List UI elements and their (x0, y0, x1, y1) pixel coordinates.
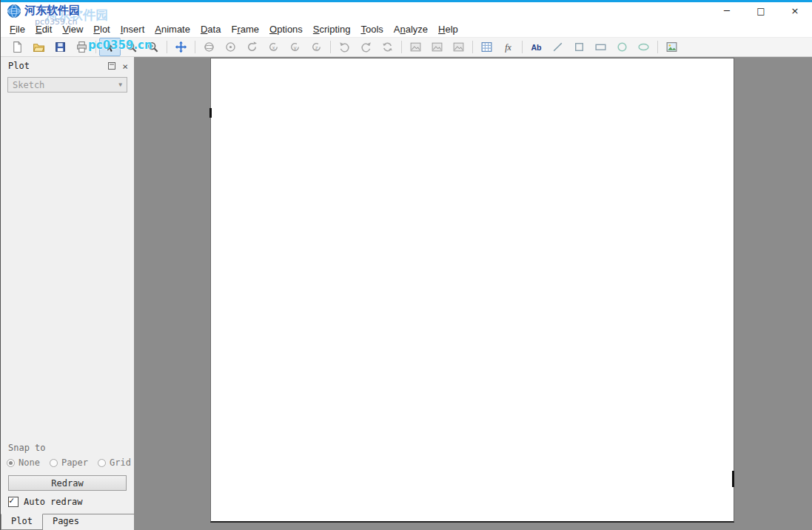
rotate-z-icon[interactable]: z (306, 38, 327, 56)
toolbar-separator (401, 41, 402, 53)
view-redo-icon[interactable] (355, 38, 377, 56)
rotate-y-icon[interactable]: y (284, 38, 306, 56)
toolbar-separator (657, 41, 658, 53)
frame-canvas[interactable] (210, 58, 734, 523)
auto-redraw-row: Auto redraw (8, 497, 127, 507)
sidebar-header: Plot × (1, 57, 134, 73)
titlebar[interactable]: ─□× (1, 2, 812, 21)
menu-data[interactable]: Data (195, 21, 226, 37)
toolbar-separator (195, 41, 195, 53)
frame-handle-left[interactable] (209, 108, 212, 118)
plot-mode-value: Sketch (13, 80, 44, 90)
toolbar-separator (330, 41, 331, 53)
main-body: Plot × Sketch ▼ Snap to NonePaperGrid Re… (1, 57, 812, 530)
specify-equations-icon[interactable]: fx (497, 38, 519, 56)
data-zoom-tool-icon[interactable] (142, 38, 164, 56)
menu-options[interactable]: Options (264, 21, 308, 37)
snap-to-label: Snap to (8, 443, 134, 453)
svg-text:y: y (294, 44, 297, 51)
insert-circle-icon[interactable] (611, 38, 633, 56)
toolbar: xyzfxAb (1, 37, 812, 57)
radio-none[interactable] (7, 459, 15, 467)
select-tool-icon[interactable] (99, 38, 121, 56)
dock-pin-icon[interactable] (108, 62, 115, 70)
svg-text:z: z (315, 44, 318, 51)
window-controls: ─□× (710, 0, 812, 21)
toolbar-separator (472, 41, 473, 53)
rotate-x-icon[interactable]: x (263, 38, 284, 56)
sidebar-title: Plot (8, 61, 108, 71)
data-spreadsheet-icon[interactable] (476, 38, 497, 56)
radio-label: Paper (61, 457, 88, 468)
svg-text:fx: fx (505, 43, 511, 53)
tab-plot[interactable]: Plot (1, 514, 43, 530)
menu-frame[interactable]: Frame (226, 21, 264, 37)
menu-analyze[interactable]: Analyze (389, 21, 433, 37)
insert-text-icon[interactable]: Ab (526, 38, 547, 56)
auto-redraw-checkbox[interactable] (8, 497, 19, 507)
sidebar-empty-area (1, 93, 134, 443)
app-window: ─□× FileEditViewPlotInsertAnimateDataFra… (0, 0, 812, 530)
new-layout-icon[interactable] (7, 38, 28, 56)
toolbar-separator (522, 41, 523, 53)
rotate-twist-icon[interactable] (241, 38, 263, 56)
radio-label: Grid (110, 457, 131, 468)
insert-rectangle-icon[interactable] (590, 38, 611, 56)
save-layout-icon[interactable] (50, 38, 71, 56)
svg-text:x: x (272, 44, 275, 51)
toolbar-separator (167, 41, 167, 53)
menubar: FileEditViewPlotInsertAnimateDataFrameOp… (1, 21, 812, 37)
svg-text:Ab: Ab (531, 43, 542, 52)
slice-tool-icon[interactable] (405, 38, 426, 56)
open-layout-icon[interactable] (28, 38, 50, 56)
plot-sidebar: Plot × Sketch ▼ Snap to NonePaperGrid Re… (1, 57, 134, 530)
menu-edit[interactable]: Edit (30, 21, 57, 37)
snap-options: NonePaperGrid (7, 457, 134, 468)
menu-help[interactable]: Help (433, 21, 463, 37)
menu-scripting[interactable]: Scripting (308, 21, 356, 37)
tab-pages[interactable]: Pages (43, 514, 89, 530)
maximize-button[interactable]: □ (744, 0, 778, 21)
panel-close-icon[interactable]: × (121, 61, 130, 71)
plot-mode-dropdown[interactable]: Sketch ▼ (7, 77, 127, 93)
snap-option-none[interactable]: None (7, 457, 40, 468)
insert-ellipse-icon[interactable] (633, 38, 654, 56)
sidebar-tabs: PlotPages (1, 514, 134, 530)
minimize-button[interactable]: ─ (710, 0, 744, 21)
workspace (134, 57, 812, 530)
streamtrace-tool-icon[interactable] (426, 38, 448, 56)
zoom-tool-icon[interactable] (121, 38, 142, 56)
toolbar-separator (95, 41, 96, 53)
view-refresh-icon[interactable] (377, 38, 398, 56)
menu-view[interactable]: View (57, 21, 88, 37)
close-button[interactable]: × (778, 0, 812, 21)
translate-tool-icon[interactable] (170, 38, 192, 56)
contour-tool-icon[interactable] (448, 38, 469, 56)
chevron-down-icon: ▼ (118, 81, 122, 88)
menu-animate[interactable]: Animate (150, 21, 195, 37)
menu-tools[interactable]: Tools (355, 21, 388, 37)
view-undo-icon[interactable] (334, 38, 355, 56)
rotate-rollerball-icon[interactable] (220, 38, 241, 56)
menu-plot[interactable]: Plot (88, 21, 115, 37)
frame-handle-right[interactable] (732, 471, 734, 487)
insert-image-icon[interactable] (661, 38, 682, 56)
menu-insert[interactable]: Insert (115, 21, 150, 37)
redraw-button[interactable]: Redraw (8, 475, 127, 491)
menu-file[interactable]: File (4, 21, 30, 37)
print-icon[interactable] (71, 38, 93, 56)
insert-square-icon[interactable] (568, 38, 590, 56)
auto-redraw-label: Auto redraw (24, 497, 82, 507)
radio-paper[interactable] (50, 459, 58, 467)
snap-option-grid[interactable]: Grid (98, 457, 131, 468)
rotate-spherical-icon[interactable] (198, 38, 220, 56)
radio-label: None (19, 457, 40, 468)
snap-option-paper[interactable]: Paper (50, 457, 88, 468)
insert-line-icon[interactable] (547, 38, 568, 56)
radio-grid[interactable] (98, 459, 106, 467)
